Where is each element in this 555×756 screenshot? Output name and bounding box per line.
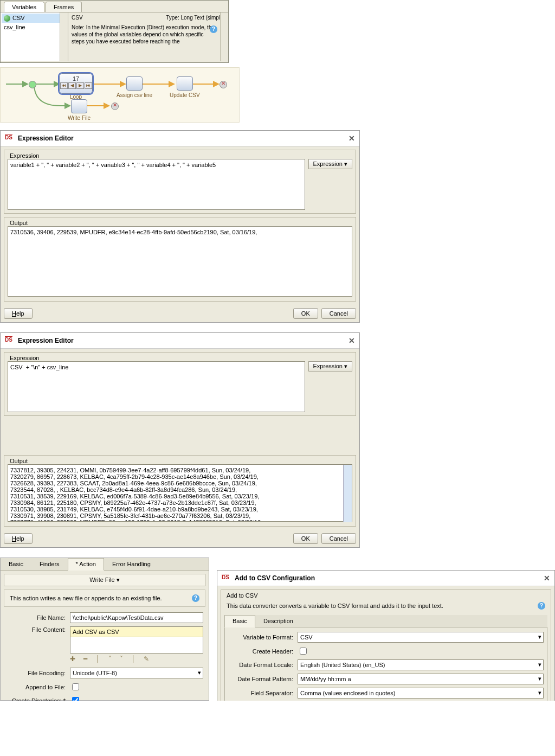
output-legend: Output	[8, 458, 30, 464]
help-icon[interactable]: ?	[192, 594, 199, 602]
output-text	[8, 464, 352, 522]
scrollbar[interactable]	[60, 12, 68, 61]
loop-iteration: 17	[60, 74, 92, 82]
dialog-title: Add to CSV Configuration	[235, 574, 315, 582]
end-node: ✕	[111, 102, 119, 110]
assign-label: Assign csv line	[117, 92, 152, 98]
encoding-label: File Encoding:	[6, 670, 70, 676]
app-logo-icon	[5, 134, 15, 142]
ok-button[interactable]: OK	[293, 533, 318, 544]
expression-menu-button[interactable]: Expression ▾	[308, 361, 352, 371]
filecontent-item[interactable]: Add CSV as CSV	[70, 627, 203, 637]
variable-detail: CSV Type: Long Text (simple) ? Note: In …	[68, 12, 228, 61]
dialog-title: Expression Editor	[18, 337, 74, 344]
create-header-checkbox[interactable]	[300, 648, 307, 655]
tab-action[interactable]: * Action	[68, 558, 104, 571]
append-label: Append to File:	[6, 684, 70, 690]
chevron-down-icon[interactable]: ▾	[198, 669, 201, 676]
cancel-button[interactable]: Cancel	[321, 533, 356, 544]
scrollbar[interactable]	[220, 12, 228, 61]
tab-variables[interactable]: Variables	[4, 2, 44, 12]
end-node: ✕	[220, 81, 227, 88]
var-format-label: Variable to Format:	[228, 634, 298, 640]
ok-button[interactable]: OK	[293, 308, 318, 319]
pattern-label: Date Format Pattern:	[228, 676, 298, 682]
branch-node[interactable]	[29, 81, 36, 88]
assign-node[interactable]: Assign csv line	[117, 76, 152, 98]
loop-first-icon[interactable]: ⏮	[60, 82, 68, 89]
add-to-csv-dialog: Add to CSV Configuration ✕ Add to CSV Th…	[217, 570, 555, 701]
update-label: Update CSV	[170, 92, 200, 98]
expression-menu-button[interactable]: Expression ▾	[308, 159, 352, 169]
separator-label: Field Separator:	[228, 690, 298, 696]
variable-list[interactable]: CSV csv_line	[1, 12, 68, 61]
csv-group-legend: Add to CSV	[224, 592, 260, 599]
createdirs-label: Create Directories: *	[6, 697, 70, 701]
detail-var-type: Type: Long Text (simple)	[166, 15, 225, 21]
output-text	[8, 226, 352, 297]
variables-panel: Variables Frames CSV csv_line CSV Type: …	[0, 0, 229, 63]
update-node[interactable]: Update CSV	[170, 76, 200, 98]
var-name: csv_line	[4, 24, 25, 30]
detail-var-name: CSV	[72, 15, 83, 21]
loop-last-icon[interactable]: ⏭	[85, 82, 92, 89]
expression-editor-2: Expression Editor ✕ Expression Expressio…	[0, 332, 360, 548]
close-icon[interactable]: ✕	[349, 336, 355, 345]
createdirs-checkbox[interactable]	[72, 697, 79, 701]
var-row-csvline[interactable]: csv_line	[2, 23, 67, 31]
var-name: CSV	[12, 15, 25, 21]
tab-error-handling[interactable]: Error Handling	[104, 558, 159, 570]
var-row-csv[interactable]: CSV	[2, 14, 67, 23]
expression-legend: Expression	[8, 152, 41, 159]
locale-label: Date Format Locale:	[228, 662, 298, 668]
action-config-panel: Basic Finders * Action Error Handling Wr…	[0, 558, 209, 701]
writefile-label: Write File	[68, 115, 91, 121]
locale-select[interactable]	[298, 659, 544, 670]
tab-frames[interactable]: Frames	[46, 2, 82, 12]
dialog-title: Expression Editor	[18, 134, 74, 142]
chevron-down-icon[interactable]: ▾	[538, 689, 541, 696]
filename-label: File Name:	[6, 614, 70, 621]
separator-select[interactable]	[298, 688, 544, 699]
tab-csv-basic[interactable]: Basic	[224, 615, 255, 627]
csv-description: This data converter converts a variable …	[227, 603, 443, 609]
filename-input[interactable]	[70, 612, 203, 623]
expression-legend: Expression	[8, 355, 41, 361]
encoding-select[interactable]	[70, 668, 203, 678]
content-toolbar[interactable]: ✚ ━ │ ˄ ˅ │ ✎	[70, 654, 203, 664]
expression-input[interactable]	[8, 361, 305, 412]
help-icon[interactable]: ?	[538, 602, 545, 610]
append-checkbox[interactable]	[72, 683, 79, 690]
tab-finders[interactable]: Finders	[31, 558, 68, 570]
chevron-down-icon[interactable]: ▾	[538, 633, 541, 640]
output-legend: Output	[8, 220, 30, 226]
action-type-dropdown[interactable]: Write File ▾	[4, 574, 205, 586]
tab-basic[interactable]: Basic	[1, 558, 31, 570]
loop-node[interactable]: 17 ⏮ ◀ ▶ ⏭ Loop	[59, 73, 93, 100]
pattern-input[interactable]	[298, 674, 544, 684]
robot-flow-diagram: 17 ⏮ ◀ ▶ ⏭ Loop Assign csv line Update C…	[0, 67, 240, 123]
scrollbar[interactable]	[343, 465, 352, 522]
globe-icon	[4, 15, 10, 22]
expression-input[interactable]	[8, 159, 305, 210]
cancel-button[interactable]: Cancel	[321, 308, 356, 319]
close-icon[interactable]: ✕	[349, 134, 355, 143]
app-logo-icon	[222, 574, 231, 582]
writefile-node[interactable]: Write File	[68, 99, 91, 121]
help-button[interactable]: Help	[4, 533, 33, 544]
help-button[interactable]: Help	[4, 308, 33, 319]
action-description: This action writes a new file or appends…	[10, 595, 162, 601]
close-icon[interactable]: ✕	[544, 574, 550, 582]
filecontent-label: File Content:	[6, 626, 70, 633]
expression-editor-1: Expression Editor ✕ Expression Expressio…	[0, 130, 360, 323]
tab-csv-description[interactable]: Description	[255, 615, 301, 627]
loop-prev-icon[interactable]: ◀	[68, 82, 76, 89]
help-icon[interactable]: ?	[210, 25, 217, 33]
chevron-down-icon[interactable]: ▾	[538, 661, 541, 668]
var-format-select[interactable]	[298, 632, 544, 643]
execution-note: Note: In the Minimal Execution (Direct) …	[72, 24, 225, 45]
app-logo-icon	[5, 337, 15, 344]
loop-next-icon[interactable]: ▶	[76, 82, 84, 89]
chevron-down-icon[interactable]: ▾	[538, 675, 541, 682]
create-header-label: Create Header:	[228, 648, 298, 655]
